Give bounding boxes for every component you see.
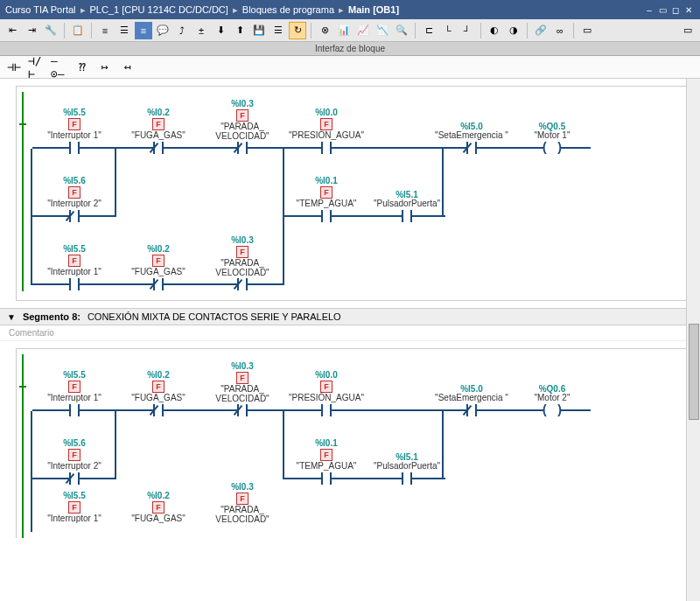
contact-no[interactable]: %I0.0 F "PRESIÓN_AGUA" [284,108,368,155]
contact-nc[interactable]: %I0.3 F "PARADA_ VELOCIDAD" [200,99,284,155]
titlebar: Curso TIA Portal ▸ PLC_1 [CPU 1214C DC/D… [0,0,700,19]
segment-title: CONEXIÓN MIXTA DE CONTACTOS SERIE Y PARA… [88,311,341,322]
tag-label: "SetaEmergencia " [435,394,508,403]
tag-label: "PulsadorPuerta" [374,462,440,472]
contact-no[interactable]: %I5.5 F "Interruptor 1" [32,491,116,538]
tool-btn[interactable]: 📋 [69,22,87,39]
breadcrumb-2[interactable]: PLC_1 [CPU 1214C DC/DC/DC] [90,4,228,15]
address: %I0.2 [147,108,170,117]
tool-btn[interactable]: ⊏ [420,22,438,39]
contact-no[interactable]: %I5.5 F "Interruptor 1" [32,108,116,155]
contact-nc[interactable]: %I0.2 F "FUGA_GAS" [116,491,200,538]
tool-btn[interactable]: ≡ [135,22,152,39]
tool-btn[interactable]: ∞ [551,22,569,39]
tag-label: "FUGA_GAS" [131,131,186,141]
tool-btn[interactable]: ▭ [578,22,596,39]
minimize-icon[interactable]: – [643,3,655,16]
contact-no[interactable]: %I0.1 F "TEMP_AGUA" [284,438,368,486]
rung-row: %I5.6 F "Interruptor 2" %I0.1 F "TEMP_AG… [22,417,685,486]
vertical-scrollbar[interactable] [686,79,700,601]
contact-no[interactable]: %I0.0 F "PRESIÓN_AGUA" [284,370,368,417]
contact-nc[interactable]: %I0.2 F "FUGA_GAS" [116,108,200,155]
contact-nc[interactable]: %I0.3 F "PARADA_ VELOCIDAD" [200,361,284,417]
address: %I0.3 [231,361,254,371]
branch-wire [283,411,284,479]
tool-btn[interactable]: 🔗 [532,22,550,39]
contact-no[interactable]: %I5.5 F "Interruptor 1" [32,244,116,291]
contact-nc[interactable]: %I0.2 F "FUGA_GAS" [116,244,200,291]
tool-btn-right[interactable]: ▭ [679,22,696,39]
tag-label: "PARADA_ VELOCIDAD" [200,506,284,524]
tool-btn[interactable]: ◐ [486,22,503,39]
tool-btn[interactable]: ◑ [505,22,522,39]
force-badge: F [152,118,164,130]
scrollbar-thumb[interactable] [689,324,699,420]
tool-btn[interactable]: ⬇ [212,22,229,39]
branch-wire [31,411,32,479]
tag-label: "Interruptor 2" [47,199,102,209]
contact-no[interactable]: %I5.1 "PulsadorPuerta" [368,452,445,486]
tool-btn[interactable]: ± [192,22,210,39]
maximize-icon[interactable]: ◻ [669,3,682,16]
breadcrumb-3[interactable]: Bloques de programa [242,4,334,15]
tool-btn[interactable]: ☰ [116,22,133,39]
force-badge: F [68,501,80,514]
rung-row: %I5.5 F "Interruptor 1" %I0.2 F "FUGA_GA… [22,223,685,291]
tool-btn[interactable]: 🔧 [42,22,60,39]
tool-btn[interactable]: ⬆ [231,22,248,39]
contact-nc[interactable]: %I5.6 F "Interruptor 2" [32,438,116,486]
segment-header[interactable]: ▼ Segmento 8: CONEXIÓN MIXTA DE CONTACTO… [0,308,700,325]
contact-nc[interactable]: %I0.3 F "PARADA_ VELOCIDAD" [200,482,284,538]
branch-open-icon[interactable]: ↦ [96,59,114,75]
close-icon[interactable]: ✕ [682,3,695,16]
force-badge: F [236,109,248,122]
network-box[interactable]: %I5.5 F "Interruptor 1" %I0.2 F "FUGA_GA… [16,348,691,538]
contact-no[interactable]: %I5.5 F "Interruptor 1" [32,370,116,417]
tool-btn[interactable]: ⊗ [316,22,333,39]
power-rail [22,223,24,291]
tool-btn[interactable]: 💬 [154,22,172,39]
network-box[interactable]: %I5.5 F "Interruptor 1" %I0.2 F "FUGA_GA… [16,86,691,301]
interface-bar[interactable]: Interfaz de bloque [0,42,700,56]
tool-btn[interactable]: 📊 [335,22,353,39]
collapse-icon[interactable]: ▼ [7,312,16,322]
tag-label: "FUGA_GAS" [131,268,186,277]
comment-field[interactable]: Comentario [0,325,700,341]
contact-nc[interactable]: %I0.2 F "FUGA_GAS" [116,370,200,417]
branch-close-icon[interactable]: ↤ [119,59,136,75]
address: %I0.2 [147,244,170,254]
restore-icon[interactable]: ▭ [656,3,668,16]
coil-output[interactable]: %Q0.6 "Motor 2" [514,384,591,417]
contact-nc-icon[interactable]: ⊣/⊢ [28,59,46,75]
force-badge: F [320,381,332,393]
tool-btn-active[interactable]: ↻ [289,22,306,39]
tool-btn[interactable]: 💾 [250,22,268,39]
tool-btn[interactable]: ⇥ [23,22,40,39]
address: %I0.3 [231,235,254,245]
tool-btn[interactable]: ☰ [270,22,287,39]
coil-icon[interactable]: –⊙– [51,59,68,75]
breadcrumb-1[interactable]: Curso TIA Portal [5,4,76,15]
tool-btn[interactable]: 🔍 [393,22,410,39]
contact-nc[interactable]: %I0.3 F "PARADA_ VELOCIDAD" [200,235,284,291]
contact-no-icon[interactable]: ⊣⊢ [5,59,23,75]
box-icon[interactable]: ⁇ [74,59,91,75]
tool-btn[interactable]: 📉 [374,22,391,39]
branch-wire [442,149,444,217]
coil-output[interactable]: %Q0.5 "Motor 1" [514,122,591,155]
breadcrumb-4[interactable]: Main [OB1] [348,4,399,15]
tool-btn[interactable]: ≡ [96,22,114,39]
tag-label: "PARADA_ VELOCIDAD" [200,385,284,403]
tool-btn[interactable]: └ [439,22,457,39]
contact-no[interactable]: %I0.1 F "TEMP_AGUA" [284,176,368,223]
contact-palette: ⊣⊢ ⊣/⊢ –⊙– ⁇ ↦ ↤ [0,56,700,79]
contact-nc[interactable]: %I5.6 F "Interruptor 2" [32,176,116,223]
tool-btn[interactable]: ⇤ [4,22,21,39]
tool-btn[interactable]: ⤴ [173,22,191,39]
address: %I5.5 [63,244,86,254]
tool-btn[interactable]: ┘ [458,22,476,39]
tag-label: "PRESIÓN_AGUA" [289,131,364,141]
contact-no[interactable]: %I5.1 "PulsadorPuerta" [368,190,445,223]
tool-btn[interactable]: 📈 [354,22,372,39]
toolbar-separator [527,23,528,38]
